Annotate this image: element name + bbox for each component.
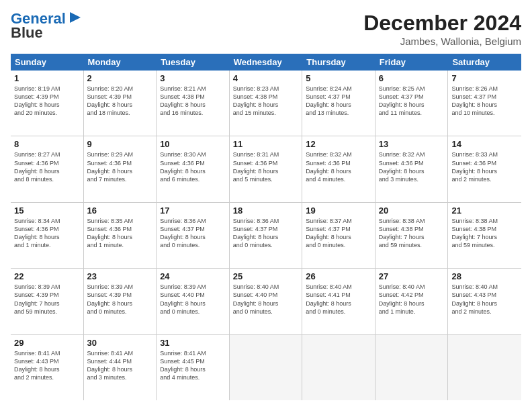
day-number: 28 <box>451 271 518 281</box>
cal-header-day: Wednesday <box>230 54 303 71</box>
calendar-cell: 1Sunrise: 8:19 AM Sunset: 4:39 PM Daylig… <box>11 71 84 136</box>
calendar-cell: 24Sunrise: 8:39 AM Sunset: 4:40 PM Dayli… <box>157 269 230 334</box>
cell-info: Sunrise: 8:36 AM Sunset: 4:37 PM Dayligh… <box>233 217 299 250</box>
calendar-cell: 17Sunrise: 8:36 AM Sunset: 4:37 PM Dayli… <box>157 203 230 268</box>
calendar-cell: 5Sunrise: 8:24 AM Sunset: 4:37 PM Daylig… <box>302 71 375 136</box>
calendar-cell: 22Sunrise: 8:39 AM Sunset: 4:39 PM Dayli… <box>11 269 84 334</box>
calendar-cell: 30Sunrise: 8:41 AM Sunset: 4:44 PM Dayli… <box>84 335 157 400</box>
calendar-row: 1Sunrise: 8:19 AM Sunset: 4:39 PM Daylig… <box>11 71 521 136</box>
cell-info: Sunrise: 8:40 AM Sunset: 4:41 PM Dayligh… <box>306 283 371 316</box>
calendar-cell: 25Sunrise: 8:40 AM Sunset: 4:40 PM Dayli… <box>230 269 303 334</box>
svg-marker-0 <box>70 12 81 23</box>
day-number: 26 <box>306 271 371 281</box>
calendar-cell: 8Sunrise: 8:27 AM Sunset: 4:36 PM Daylig… <box>11 136 84 201</box>
logo: General Blue <box>11 11 82 40</box>
calendar-cell: 12Sunrise: 8:32 AM Sunset: 4:36 PM Dayli… <box>302 136 375 201</box>
day-number: 13 <box>379 139 445 149</box>
cal-header-day: Thursday <box>302 54 375 71</box>
page: General Blue December 2024 Jambes, Wallo… <box>0 0 532 411</box>
calendar: SundayMondayTuesdayWednesdayThursdayFrid… <box>11 54 521 400</box>
day-number: 23 <box>87 271 153 281</box>
day-number: 2 <box>87 73 153 83</box>
cell-info: Sunrise: 8:19 AM Sunset: 4:39 PM Dayligh… <box>14 85 80 118</box>
calendar-cell: 14Sunrise: 8:33 AM Sunset: 4:36 PM Dayli… <box>448 136 521 201</box>
cell-info: Sunrise: 8:38 AM Sunset: 4:38 PM Dayligh… <box>379 217 445 250</box>
calendar-cell: 31Sunrise: 8:41 AM Sunset: 4:45 PM Dayli… <box>157 335 230 400</box>
cell-info: Sunrise: 8:20 AM Sunset: 4:39 PM Dayligh… <box>87 85 153 118</box>
calendar-cell <box>375 335 449 400</box>
cell-info: Sunrise: 8:41 AM Sunset: 4:43 PM Dayligh… <box>14 349 80 382</box>
day-number: 15 <box>14 205 80 216</box>
calendar-row: 29Sunrise: 8:41 AM Sunset: 4:43 PM Dayli… <box>11 335 521 400</box>
cal-header-day: Sunday <box>11 54 84 71</box>
day-number: 1 <box>14 73 80 83</box>
day-number: 6 <box>379 73 445 83</box>
calendar-cell: 3Sunrise: 8:21 AM Sunset: 4:38 PM Daylig… <box>157 71 230 136</box>
day-number: 31 <box>160 338 226 348</box>
calendar-cell <box>448 335 521 400</box>
calendar-cell: 7Sunrise: 8:26 AM Sunset: 4:37 PM Daylig… <box>448 71 521 136</box>
cal-header-day: Friday <box>375 54 449 71</box>
logo-blue: Blue <box>11 26 43 40</box>
calendar-cell: 4Sunrise: 8:23 AM Sunset: 4:38 PM Daylig… <box>230 71 303 136</box>
day-number: 25 <box>233 271 299 281</box>
day-number: 20 <box>379 205 445 216</box>
calendar-cell: 16Sunrise: 8:35 AM Sunset: 4:36 PM Dayli… <box>84 203 157 268</box>
cal-header-day: Saturday <box>448 54 521 71</box>
calendar-cell: 27Sunrise: 8:40 AM Sunset: 4:42 PM Dayli… <box>375 269 449 334</box>
day-number: 30 <box>87 338 153 348</box>
cell-info: Sunrise: 8:34 AM Sunset: 4:36 PM Dayligh… <box>14 217 80 250</box>
day-number: 4 <box>233 73 299 83</box>
day-number: 16 <box>87 205 153 216</box>
cell-info: Sunrise: 8:29 AM Sunset: 4:36 PM Dayligh… <box>87 150 153 183</box>
day-number: 5 <box>306 73 371 83</box>
cell-info: Sunrise: 8:21 AM Sunset: 4:38 PM Dayligh… <box>160 85 226 118</box>
cell-info: Sunrise: 8:39 AM Sunset: 4:39 PM Dayligh… <box>14 283 80 316</box>
cal-header-day: Tuesday <box>157 54 230 71</box>
calendar-cell: 15Sunrise: 8:34 AM Sunset: 4:36 PM Dayli… <box>11 203 84 268</box>
calendar-row: 15Sunrise: 8:34 AM Sunset: 4:36 PM Dayli… <box>11 203 521 269</box>
month-title: December 2024 <box>363 11 521 36</box>
cell-info: Sunrise: 8:24 AM Sunset: 4:37 PM Dayligh… <box>306 85 371 118</box>
cell-info: Sunrise: 8:40 AM Sunset: 4:40 PM Dayligh… <box>233 283 299 316</box>
day-number: 22 <box>14 271 80 281</box>
cal-header-day: Monday <box>84 54 157 71</box>
day-number: 12 <box>306 139 371 149</box>
day-number: 27 <box>379 271 445 281</box>
calendar-cell: 26Sunrise: 8:40 AM Sunset: 4:41 PM Dayli… <box>302 269 375 334</box>
logo-arrow-icon <box>69 11 82 24</box>
calendar-row: 8Sunrise: 8:27 AM Sunset: 4:36 PM Daylig… <box>11 136 521 202</box>
calendar-row: 22Sunrise: 8:39 AM Sunset: 4:39 PM Dayli… <box>11 269 521 334</box>
cell-info: Sunrise: 8:30 AM Sunset: 4:36 PM Dayligh… <box>160 150 226 183</box>
day-number: 24 <box>160 271 226 281</box>
day-number: 3 <box>160 73 226 83</box>
cell-info: Sunrise: 8:25 AM Sunset: 4:37 PM Dayligh… <box>379 85 445 118</box>
title-block: December 2024 Jambes, Wallonia, Belgium <box>363 11 521 47</box>
cell-info: Sunrise: 8:38 AM Sunset: 4:38 PM Dayligh… <box>451 217 518 250</box>
cell-info: Sunrise: 8:37 AM Sunset: 4:37 PM Dayligh… <box>306 217 371 250</box>
calendar-cell <box>302 335 375 400</box>
cell-info: Sunrise: 8:23 AM Sunset: 4:38 PM Dayligh… <box>233 85 299 118</box>
calendar-cell: 11Sunrise: 8:31 AM Sunset: 4:36 PM Dayli… <box>230 136 303 201</box>
day-number: 21 <box>451 205 518 216</box>
cell-info: Sunrise: 8:39 AM Sunset: 4:40 PM Dayligh… <box>160 283 226 316</box>
day-number: 8 <box>14 139 80 149</box>
header: General Blue December 2024 Jambes, Wallo… <box>11 11 521 47</box>
day-number: 19 <box>306 205 371 216</box>
cell-info: Sunrise: 8:31 AM Sunset: 4:36 PM Dayligh… <box>233 150 299 183</box>
cell-info: Sunrise: 8:26 AM Sunset: 4:37 PM Dayligh… <box>451 85 518 118</box>
calendar-cell: 28Sunrise: 8:40 AM Sunset: 4:43 PM Dayli… <box>448 269 521 334</box>
calendar-cell: 20Sunrise: 8:38 AM Sunset: 4:38 PM Dayli… <box>375 203 449 268</box>
cell-info: Sunrise: 8:41 AM Sunset: 4:45 PM Dayligh… <box>160 349 226 382</box>
cell-info: Sunrise: 8:35 AM Sunset: 4:36 PM Dayligh… <box>87 217 153 250</box>
cell-info: Sunrise: 8:36 AM Sunset: 4:37 PM Dayligh… <box>160 217 226 250</box>
day-number: 17 <box>160 205 226 216</box>
cell-info: Sunrise: 8:33 AM Sunset: 4:36 PM Dayligh… <box>451 150 518 183</box>
day-number: 9 <box>87 139 153 149</box>
cell-info: Sunrise: 8:39 AM Sunset: 4:39 PM Dayligh… <box>87 283 153 316</box>
subtitle: Jambes, Wallonia, Belgium <box>363 36 521 47</box>
day-number: 18 <box>233 205 299 216</box>
calendar-cell: 10Sunrise: 8:30 AM Sunset: 4:36 PM Dayli… <box>157 136 230 201</box>
calendar-cell: 13Sunrise: 8:32 AM Sunset: 4:36 PM Dayli… <box>375 136 449 201</box>
day-number: 29 <box>14 338 80 348</box>
